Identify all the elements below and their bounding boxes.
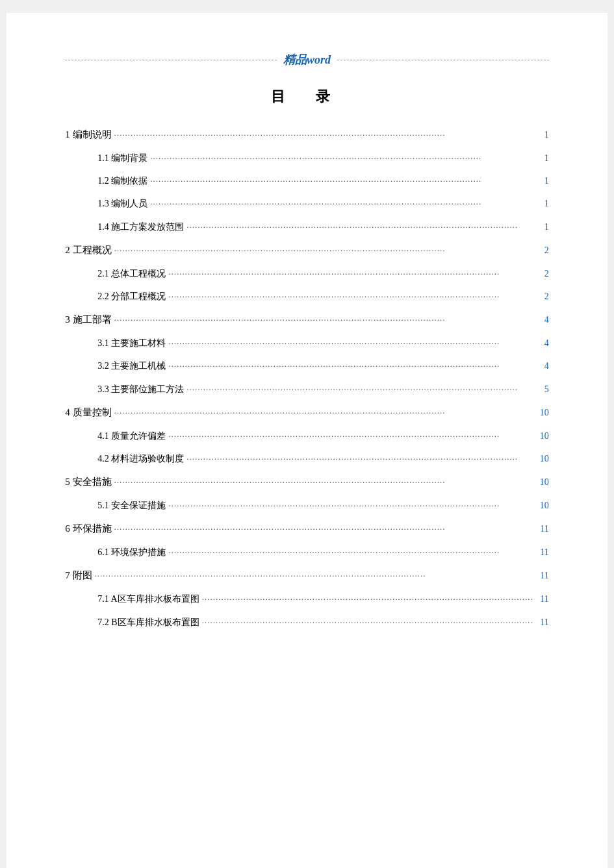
toc-page-number: 4 [536,358,549,374]
toc-item-label: 6.1 环境保护措施 [97,544,166,560]
toc-item-label: 1.4 施工方案发放范围 [97,219,184,235]
toc-dots: ········································… [114,405,533,420]
toc-dots: ········································… [168,358,533,373]
toc-page-number: 11 [536,567,549,584]
toc-item-label: 3.2 主要施工机械 [97,358,166,374]
toc-item: 4 质量控制··································… [65,404,548,421]
toc-page-number: 11 [536,544,549,560]
toc-item-label: 1.1 编制背景 [97,150,147,166]
toc-item: 3.3 主要部位施工方法····························… [65,381,548,397]
toc-item: 4.2 材料进场验收制度····························… [65,451,548,467]
toc-item: 1.2 编制依据································… [65,173,548,189]
toc-item: 5 安全措施··································… [65,473,548,491]
toc-item: 7.2 B区车库排水板布置图··························… [65,614,548,630]
toc-dots: ········································… [202,591,533,606]
toc-page-number: 10 [536,428,549,444]
toc-item: 1.4 施工方案发放范围····························… [65,219,548,235]
toc-page-number: 2 [536,288,549,304]
brand-jingpin: 精品 [283,53,307,66]
toc-item-label: 4.1 质量允许偏差 [97,428,166,444]
toc-page-number: 11 [536,614,549,630]
toc-item-label: 2.2 分部工程概况 [97,288,166,304]
toc-dots: ········································… [168,336,533,351]
toc-dots: ········································… [114,521,533,536]
toc-item: 7 附图····································… [65,567,548,584]
toc-item-label: 7 附图 [65,567,92,584]
toc-dots: ········································… [186,382,533,397]
toc-dots: ········································… [150,173,533,188]
toc-page-number: 1 [536,173,549,189]
toc-page-number: 4 [536,335,549,351]
toc-dots: ········································… [114,475,533,490]
toc-title: 目 录 [65,87,548,106]
toc-dots: ········································… [186,219,533,234]
toc-item-label: 3.3 主要部位施工方法 [97,381,184,397]
toc-item: 6 环保措施··································… [65,520,548,538]
toc-dots: ········································… [168,428,533,443]
toc-item-label: 1.3 编制人员 [97,195,147,212]
toc-item-label: 4.2 材料进场验收制度 [97,451,184,467]
toc-dots: ········································… [114,243,533,258]
toc-dots: ········································… [114,312,533,327]
toc-item-label: 4 质量控制 [65,404,111,421]
toc-item: 1 编制说明··································… [65,126,548,143]
brand-text: 精品word [277,52,337,68]
toc-dots: ········································… [186,451,533,466]
toc-item: 1.1 编制背景································… [65,150,548,166]
toc-item: 4.1 质量允许偏差······························… [65,428,548,444]
toc-dots: ········································… [168,545,533,560]
toc-item-label: 3 施工部署 [65,311,111,329]
document-page: 精品word 目 录 1 编制说明·······················… [6,13,607,868]
toc-item-label: 7.1 A区车库排水板布置图 [97,591,199,607]
toc-item: 3 施工部署··································… [65,311,548,329]
toc-item-label: 5.1 安全保证措施 [97,497,166,514]
toc-item-label: 7.2 B区车库排水板布置图 [97,614,199,630]
toc-dots: ········································… [150,196,533,211]
toc-page-number: 10 [536,404,549,421]
toc-item-label: 2.1 总体工程概况 [97,266,166,282]
toc-item: 5.1 安全保证措施······························… [65,497,548,514]
brand-word: word [307,53,331,66]
toc-item: 2.1 总体工程概况······························… [65,266,548,282]
toc-dots: ········································… [168,289,533,304]
toc-item: 6.1 环境保护措施······························… [65,544,548,560]
toc-dots: ········································… [150,151,533,166]
toc-page-number: 10 [536,451,549,467]
toc-item: 3.1 主要施工材料······························… [65,335,548,351]
toc-item: 2 工程概况··································… [65,242,548,259]
toc-item-label: 1 编制说明 [65,126,111,143]
toc-page-number: 11 [536,521,549,537]
toc-item-label: 3.1 主要施工材料 [97,335,166,351]
toc-page-number: 5 [536,381,549,397]
toc-dots: ········································… [168,498,533,513]
toc-page-number: 1 [536,127,549,143]
toc-item-label: 5 安全措施 [65,473,111,491]
toc-item: 7.1 A区车库排水板布置图··························… [65,591,548,607]
toc-dots: ········································… [95,568,533,583]
toc-page-number: 2 [536,242,549,258]
toc-dots: ········································… [202,615,533,630]
toc-item-label: 6 环保措施 [65,520,111,538]
toc-item: 2.2 分部工程概况······························… [65,288,548,304]
left-dashes [65,60,277,60]
header-line: 精品word [65,52,548,68]
toc-page-number: 2 [536,266,549,282]
toc-page-number: 1 [536,219,549,235]
toc-dots: ········································… [114,127,533,142]
toc-dots: ········································… [168,266,533,281]
toc-page-number: 10 [536,474,549,490]
toc-item: 1.3 编制人员································… [65,195,548,212]
toc-page-number: 10 [536,497,549,514]
toc-page-number: 4 [536,312,549,328]
toc-page-number: 1 [536,150,549,166]
toc-page-number: 1 [536,195,549,212]
toc-item-label: 1.2 编制依据 [97,173,147,189]
toc-item: 3.2 主要施工机械······························… [65,358,548,374]
right-dashes [337,60,549,60]
toc-container: 1 编制说明··································… [65,126,548,630]
toc-item-label: 2 工程概况 [65,242,111,259]
toc-page-number: 11 [536,591,549,607]
